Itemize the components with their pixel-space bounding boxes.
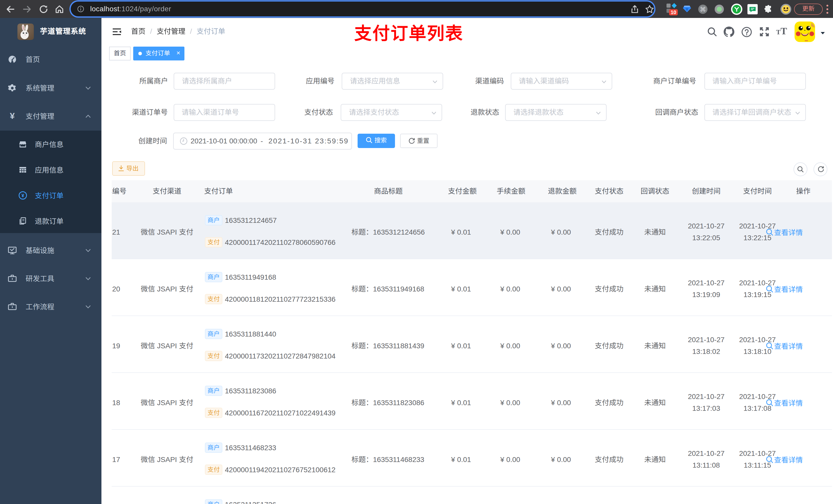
- svg-text:¥: ¥: [22, 193, 24, 198]
- svg-text:10: 10: [671, 9, 676, 15]
- svg-text:⌘: ⌘: [700, 6, 706, 13]
